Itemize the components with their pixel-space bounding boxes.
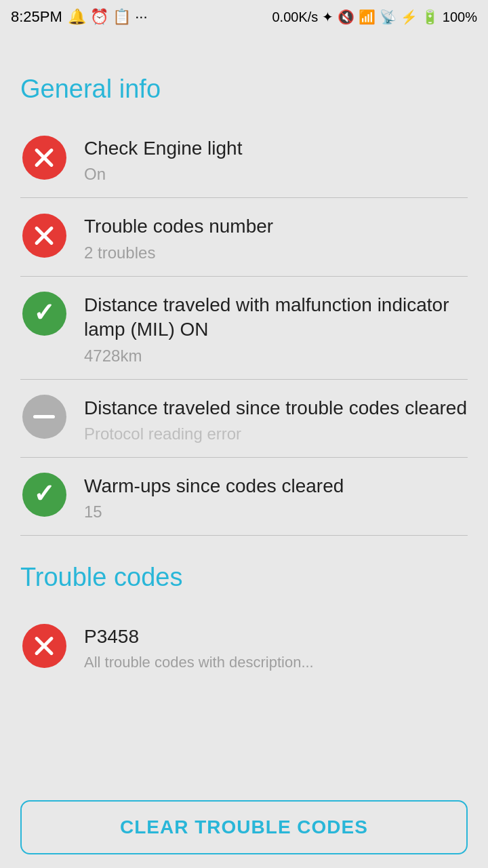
general-info-title: General info bbox=[20, 75, 468, 104]
check-engine-light-item: Check Engine light On bbox=[20, 120, 468, 198]
bottom-button-container: CLEAR TROUBLE CODES bbox=[0, 789, 488, 868]
red-x-partial-icon bbox=[22, 624, 66, 668]
distance-mil-title: Distance traveled with malfunction indic… bbox=[84, 293, 468, 342]
mute-icon: 🔇 bbox=[338, 9, 354, 25]
signal-icon: 📡 bbox=[380, 9, 396, 25]
trouble-codes-number-value: 2 troubles bbox=[84, 243, 468, 262]
warmups-since-clear-title: Warm-ups since codes cleared bbox=[84, 474, 468, 498]
trouble-codes-number-title: Trouble codes number bbox=[84, 214, 468, 239]
bluetooth-icon: ✦ bbox=[322, 9, 333, 25]
green-check-icon-2 bbox=[22, 473, 66, 517]
p3458-text: P3458 All trouble codes with description… bbox=[84, 622, 468, 671]
red-x-icon-2 bbox=[22, 214, 66, 258]
distance-since-clear-value: Protocol reading error bbox=[84, 425, 468, 443]
green-check-icon bbox=[22, 292, 66, 336]
trouble-codes-number-item: Trouble codes number 2 troubles bbox=[20, 198, 468, 276]
warmups-since-clear-text: Warm-ups since codes cleared 15 bbox=[84, 471, 468, 521]
check-engine-light-icon-container bbox=[20, 134, 68, 181]
red-x-icon bbox=[22, 136, 66, 180]
general-info-section: General info Check Engine light On Troub… bbox=[20, 75, 468, 536]
p3458-item: P3458 All trouble codes with description… bbox=[20, 608, 468, 684]
distance-mil-icon-container bbox=[20, 290, 68, 338]
wifi-icon: 📶 bbox=[359, 9, 375, 25]
trouble-codes-number-text: Trouble codes number 2 troubles bbox=[84, 212, 468, 262]
distance-mil-item: Distance traveled with malfunction indic… bbox=[20, 277, 468, 380]
distance-since-clear-item: Distance traveled since trouble codes cl… bbox=[20, 380, 468, 458]
warmups-since-clear-value: 15 bbox=[84, 502, 468, 521]
status-right: 0.00K/s ✦ 🔇 📶 📡 ⚡ 🔋 100% bbox=[272, 9, 477, 25]
p3458-subtitle: All trouble codes with description... bbox=[84, 654, 468, 671]
status-bar: 8:25PM 🔔 ⏰ 📋 ··· 0.00K/s ✦ 🔇 📶 📡 ⚡ 🔋 100… bbox=[0, 0, 488, 34]
status-left: 8:25PM 🔔 ⏰ 📋 ··· bbox=[11, 8, 148, 26]
distance-mil-text: Distance traveled with malfunction indic… bbox=[84, 290, 468, 366]
check-engine-light-title: Check Engine light bbox=[84, 136, 468, 161]
distance-since-clear-text: Distance traveled since trouble codes cl… bbox=[84, 393, 468, 443]
clear-trouble-codes-button[interactable]: CLEAR TROUBLE CODES bbox=[20, 800, 468, 854]
trouble-codes-section: Trouble codes P3458 All trouble codes wi… bbox=[20, 563, 468, 684]
main-content: General info Check Engine light On Troub… bbox=[0, 34, 488, 766]
check-engine-light-value: On bbox=[84, 165, 468, 184]
trouble-codes-number-icon-container bbox=[20, 212, 68, 259]
warmups-since-clear-item: Warm-ups since codes cleared 15 bbox=[20, 458, 468, 536]
battery-icon: ⚡ 🔋 bbox=[401, 9, 439, 25]
distance-since-clear-title: Distance traveled since trouble codes cl… bbox=[84, 396, 468, 420]
p3458-code: P3458 bbox=[84, 625, 468, 649]
check-engine-light-text: Check Engine light On bbox=[84, 134, 468, 184]
p3458-icon-container bbox=[20, 622, 68, 669]
notification-icons: 🔔 ⏰ 📋 ··· bbox=[68, 8, 148, 26]
time-display: 8:25PM bbox=[11, 8, 62, 26]
network-speed: 0.00K/s bbox=[272, 9, 318, 25]
gray-minus-icon bbox=[22, 395, 66, 439]
warmups-since-clear-icon-container bbox=[20, 471, 68, 519]
battery-percent: 100% bbox=[443, 9, 477, 25]
distance-mil-value: 4728km bbox=[84, 347, 468, 366]
trouble-codes-title: Trouble codes bbox=[20, 563, 468, 592]
distance-since-clear-icon-container bbox=[20, 393, 68, 441]
